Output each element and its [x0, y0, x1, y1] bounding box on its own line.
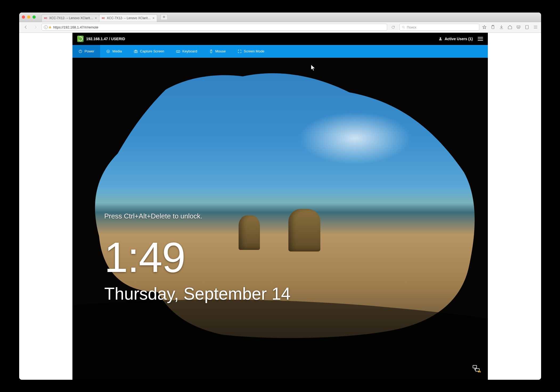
remote-desktop-view[interactable]: Press Ctrl+Alt+Delete to unlock. 1:49 Th…: [72, 58, 488, 380]
download-icon[interactable]: [499, 25, 504, 30]
fullscreen-icon: [238, 49, 242, 53]
browser-toolbar: i https://192.168.1.47/#/remote Поиск: [19, 22, 541, 33]
svg-point-4: [440, 37, 441, 39]
console-toolbar: Power Media Capture Screen: [72, 45, 488, 58]
toolbar-media-button[interactable]: Media: [100, 45, 128, 58]
svg-rect-3: [525, 25, 528, 29]
browser-tab-0[interactable]: XC XCC-7X12- – Lenovo XClarit… ×: [42, 14, 100, 22]
svg-rect-10: [176, 50, 180, 52]
windows-lock-screen: Press Ctrl+Alt+Delete to unlock. 1:49 Th…: [72, 58, 488, 380]
screenshot-stage: XC XCC-7X12- – Lenovo XClarit… × XC XCC-…: [0, 0, 560, 392]
toolbar-screenmode-button[interactable]: Screen Mode: [232, 45, 270, 58]
toolbar-label: Screen Mode: [244, 49, 264, 53]
clipboard-icon[interactable]: [490, 25, 495, 30]
toolbar-label: Power: [85, 49, 95, 53]
address-bar[interactable]: i https://192.168.1.47/#/remote: [42, 24, 387, 31]
browser-tool-icons: [482, 25, 538, 30]
svg-point-6: [107, 50, 110, 53]
browser-window: XC XCC-7X12- – Lenovo XClarit… × XC XCC-…: [19, 13, 541, 380]
disc-icon: [106, 49, 110, 53]
browser-tab-strip: XC XCC-7X12- – Lenovo XClarit… × XC XCC-…: [19, 13, 541, 22]
toolbar-power-button[interactable]: Power: [72, 45, 100, 58]
console-header: 192.168.1.47 / USERID Active Users (1): [72, 33, 488, 45]
xclarity-logo-icon: [77, 36, 84, 42]
window-controls: [22, 15, 36, 19]
search-bar[interactable]: Поиск: [399, 24, 479, 31]
url-text: https://192.168.1.47/#/remote: [53, 25, 99, 29]
lockscreen-date: Thursday, September 14: [104, 284, 291, 304]
console-host-user: 192.168.1.47 / USERID: [86, 37, 125, 41]
browser-tab-1[interactable]: XC XCC-7X12- – Lenovo XClarit… ×: [99, 14, 157, 22]
bookmark-star-icon[interactable]: [482, 25, 487, 30]
power-icon: [78, 49, 83, 53]
network-warning-icon[interactable]: [472, 364, 481, 373]
camera-icon: [134, 49, 138, 53]
active-users-button[interactable]: Active Users (1): [438, 37, 473, 41]
close-window-button[interactable]: [22, 15, 25, 19]
unlock-hint-text: Press Ctrl+Alt+Delete to unlock.: [104, 212, 203, 220]
tabs-container: XC XCC-7X12- – Lenovo XClarit… × XC XCC-…: [42, 13, 157, 22]
lockscreen-time: 1:49: [104, 236, 185, 279]
search-icon: [402, 26, 405, 29]
pocket-icon[interactable]: [516, 25, 521, 30]
svg-rect-15: [479, 372, 480, 372]
mouse-icon: [209, 49, 213, 53]
toolbar-label: Capture Screen: [140, 49, 164, 53]
toolbar-label: Mouse: [215, 49, 226, 53]
user-icon: [438, 37, 443, 41]
close-tab-icon[interactable]: ×: [153, 16, 155, 20]
svg-point-7: [108, 51, 109, 52]
toolbar-mouse-button[interactable]: Mouse: [203, 45, 232, 58]
close-tab-icon[interactable]: ×: [95, 16, 97, 20]
svg-rect-14: [479, 370, 480, 372]
site-security-icon[interactable]: i: [44, 25, 52, 29]
tab-title: XCC-7X12- – Lenovo XClarit…: [49, 16, 93, 20]
back-button[interactable]: [22, 24, 29, 31]
home-icon[interactable]: [508, 25, 512, 30]
favicon-icon: XC: [44, 16, 48, 20]
forward-button[interactable]: [32, 24, 39, 31]
reload-button[interactable]: [390, 24, 397, 31]
page-content: 192.168.1.47 / USERID Active Users (1): [19, 33, 541, 380]
svg-rect-12: [473, 365, 477, 368]
favicon-icon: XC: [101, 16, 105, 20]
svg-point-0: [402, 26, 404, 28]
tab-title: XCC-7X12- – Lenovo XClarit…: [107, 16, 151, 20]
toolbar-keyboard-button[interactable]: Keyboard: [170, 45, 203, 58]
console-menu-icon[interactable]: [478, 37, 483, 41]
toolbar-capture-button[interactable]: Capture Screen: [128, 45, 170, 58]
keyboard-icon: [176, 49, 180, 53]
minimize-window-button[interactable]: [27, 15, 30, 19]
svg-point-9: [135, 51, 136, 52]
active-users-label: Active Users (1): [445, 37, 473, 41]
toolbar-label: Keyboard: [182, 49, 197, 53]
lock-warning-icon: [48, 26, 52, 29]
zoom-window-button[interactable]: [32, 15, 36, 19]
remote-console: 192.168.1.47 / USERID Active Users (1): [72, 33, 488, 380]
menu-icon[interactable]: [533, 25, 538, 30]
remote-cursor-icon: [311, 64, 316, 71]
search-placeholder: Поиск: [407, 25, 416, 29]
new-tab-button[interactable]: +: [161, 14, 167, 20]
page-icon[interactable]: [525, 25, 529, 30]
toolbar-label: Media: [112, 49, 122, 53]
